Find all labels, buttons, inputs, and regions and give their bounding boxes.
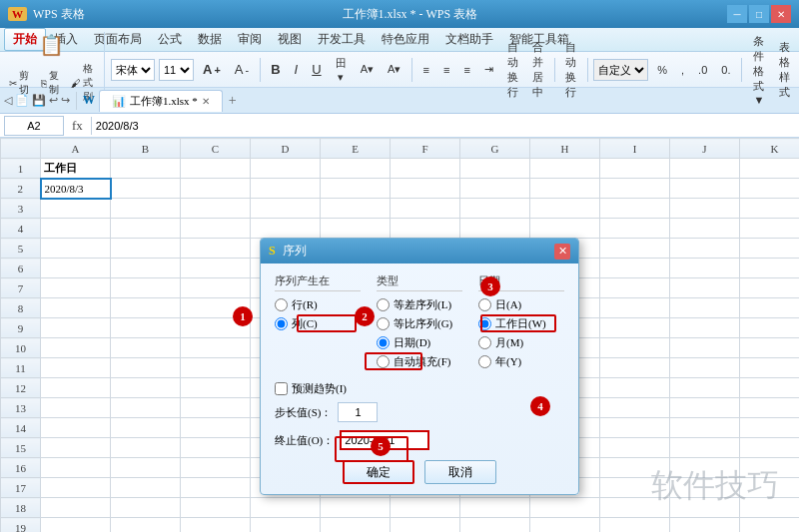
table-cell[interactable] — [181, 358, 251, 378]
table-cell[interactable] — [460, 498, 530, 518]
menu-dev-tools[interactable]: 开发工具 — [310, 29, 374, 50]
col-header-e[interactable]: E — [321, 139, 391, 159]
row-header-14[interactable]: 14 — [1, 418, 41, 438]
table-cell[interactable] — [740, 338, 800, 358]
table-cell[interactable] — [41, 298, 111, 318]
table-cell[interactable] — [530, 159, 600, 179]
table-cell[interactable] — [600, 478, 670, 498]
table-cell[interactable] — [600, 358, 670, 378]
row-header-16[interactable]: 16 — [1, 458, 41, 478]
col-header-h[interactable]: H — [530, 139, 600, 159]
menu-special[interactable]: 特色应用 — [374, 29, 437, 50]
row-header-9[interactable]: 9 — [1, 318, 41, 338]
table-cell[interactable] — [111, 298, 181, 318]
table-cell[interactable] — [111, 418, 181, 438]
table-cell[interactable] — [181, 458, 251, 478]
table-cell[interactable] — [321, 199, 391, 219]
col-header-f[interactable]: F — [391, 139, 460, 159]
table-cell[interactable] — [41, 259, 111, 278]
table-cell[interactable] — [111, 179, 181, 199]
table-cell[interactable] — [391, 518, 460, 533]
table-cell[interactable] — [321, 219, 391, 239]
series-dialog[interactable]: S 序列 ✕ 序列产生在 行(R) 列(C) — [260, 238, 579, 495]
cancel-button[interactable]: 取消 — [424, 460, 496, 484]
italic-button[interactable]: I — [290, 59, 304, 80]
table-cell[interactable] — [111, 378, 181, 398]
table-cell[interactable] — [111, 498, 181, 518]
table-cell[interactable] — [670, 458, 740, 478]
row-header-3[interactable]: 3 — [1, 199, 41, 219]
tab-close-button[interactable]: ✕ — [202, 96, 210, 107]
col-header-c[interactable]: C — [181, 139, 251, 159]
table-cell[interactable] — [181, 438, 251, 458]
table-cell[interactable] — [600, 179, 670, 199]
dialog-close-button[interactable]: ✕ — [554, 244, 570, 260]
table-cell[interactable] — [670, 518, 740, 533]
table-cell[interactable] — [740, 179, 800, 199]
col-header-b[interactable]: B — [111, 139, 181, 159]
table-cell[interactable] — [670, 179, 740, 199]
table-cell[interactable] — [181, 338, 251, 358]
table-cell[interactable] — [41, 278, 111, 298]
table-cell[interactable] — [111, 199, 181, 219]
table-cell[interactable] — [740, 518, 800, 533]
date-radio[interactable] — [377, 336, 390, 349]
table-cell[interactable] — [41, 518, 111, 533]
table-cell[interactable] — [740, 358, 800, 378]
autofill-radio[interactable] — [377, 355, 390, 368]
row-header-2[interactable]: 2 — [1, 179, 41, 199]
table-cell[interactable] — [600, 498, 670, 518]
table-cell[interactable]: 工作日 — [41, 159, 111, 179]
new-tab-button[interactable]: + — [223, 90, 243, 112]
table-cell[interactable] — [530, 199, 600, 219]
table-cell[interactable] — [321, 179, 391, 199]
table-cell[interactable] — [740, 378, 800, 398]
table-cell[interactable] — [181, 418, 251, 438]
table-cell[interactable] — [41, 318, 111, 338]
table-cell[interactable] — [111, 358, 181, 378]
table-cell[interactable] — [740, 199, 800, 219]
table-cell[interactable] — [740, 219, 800, 239]
table-cell[interactable] — [181, 278, 251, 298]
bold-button[interactable]: B — [266, 59, 285, 80]
font-size-decrease-button[interactable]: A- — [230, 59, 254, 80]
table-cell[interactable] — [181, 259, 251, 278]
table-style-button[interactable]: 表格样式 — [774, 37, 795, 103]
font-size-select[interactable]: 11 — [159, 59, 194, 81]
table-cell[interactable] — [670, 259, 740, 278]
table-cell[interactable] — [670, 358, 740, 378]
table-cell[interactable] — [181, 478, 251, 498]
align-right-button[interactable]: ≡ — [458, 61, 474, 79]
col-header-g[interactable]: G — [460, 139, 530, 159]
underline-button[interactable]: U — [307, 59, 326, 80]
table-cell[interactable] — [670, 398, 740, 418]
table-cell[interactable] — [41, 498, 111, 518]
table-cell[interactable] — [600, 219, 670, 239]
table-cell[interactable] — [530, 179, 600, 199]
table-cell[interactable] — [600, 418, 670, 438]
table-cell[interactable] — [670, 278, 740, 298]
table-cell[interactable] — [740, 458, 800, 478]
table-cell[interactable] — [670, 219, 740, 239]
table-cell[interactable] — [670, 498, 740, 518]
row-header-7[interactable]: 7 — [1, 278, 41, 298]
minimize-button[interactable]: ─ — [727, 5, 747, 23]
table-cell[interactable] — [530, 498, 600, 518]
font-color-button[interactable]: A▾ — [383, 60, 405, 79]
menu-formula[interactable]: 公式 — [150, 29, 190, 50]
table-cell[interactable] — [460, 159, 530, 179]
table-cell[interactable] — [181, 219, 251, 239]
linear-radio[interactable] — [377, 298, 390, 311]
table-cell[interactable] — [41, 239, 111, 259]
row-header-17[interactable]: 17 — [1, 478, 41, 498]
table-cell[interactable] — [670, 418, 740, 438]
table-cell[interactable] — [321, 159, 391, 179]
table-cell[interactable] — [41, 338, 111, 358]
row-header-18[interactable]: 18 — [1, 498, 41, 518]
table-cell[interactable] — [600, 438, 670, 458]
col-header-k[interactable]: K — [740, 139, 800, 159]
table-cell[interactable] — [460, 199, 530, 219]
row-radio[interactable] — [275, 298, 288, 311]
table-cell[interactable] — [111, 318, 181, 338]
back-nav-icon[interactable]: ◁ — [4, 94, 12, 107]
